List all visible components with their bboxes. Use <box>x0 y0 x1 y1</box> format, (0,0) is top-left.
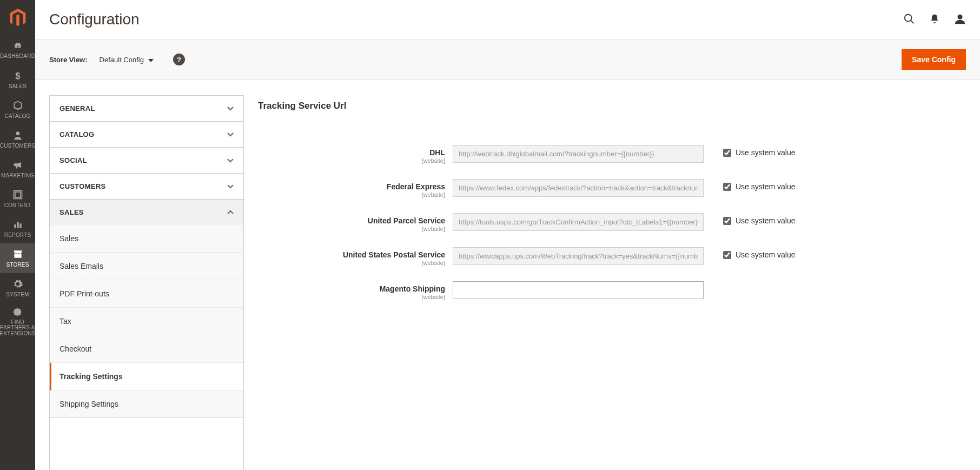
form-panel: Tracking Service Url DHL [website] Use s… <box>244 95 980 470</box>
cfg-group-header-catalog[interactable]: CATALOG <box>50 122 243 147</box>
field-row-ups: United Parcel Service [website] Use syst… <box>258 210 980 244</box>
svg-point-9 <box>957 14 962 19</box>
cfg-item-pdf-printouts[interactable]: PDF Print-outs <box>50 280 243 308</box>
use-system-checkbox-input[interactable] <box>723 217 731 225</box>
magento-shipping-url-input[interactable] <box>453 281 704 299</box>
config-nav: GENERAL CATALOG SOCIAL CUSTOMERS <box>49 95 244 470</box>
nav-label: REPORTS <box>3 233 32 239</box>
content-area: GENERAL CATALOG SOCIAL CUSTOMERS <box>35 80 980 470</box>
cfg-group-customers: CUSTOMERS <box>50 174 243 200</box>
bar-chart-icon <box>12 219 23 231</box>
cfg-group-social: SOCIAL <box>50 148 243 174</box>
nav-label: MARKETING <box>0 173 35 179</box>
admin-sidebar: DASHBOARD $ SALES CATALOG CUSTOMERS MARK… <box>0 0 35 470</box>
store-view-label: Store View: <box>49 56 88 64</box>
use-system-label: Use system value <box>736 250 795 259</box>
nav-sales[interactable]: $ SALES <box>0 65 35 95</box>
nav-label: CUSTOMERS <box>0 143 36 149</box>
topbar: Configuration <box>35 0 980 39</box>
ups-url-input[interactable] <box>453 213 704 231</box>
svg-rect-4 <box>14 224 16 228</box>
field-label: United States Postal Service <box>258 250 445 259</box>
nav-marketing[interactable]: MARKETING <box>0 154 35 184</box>
field-label: Magento Shipping <box>258 284 445 293</box>
cfg-item-sales-emails[interactable]: Sales Emails <box>50 253 243 280</box>
cfg-item-checkout[interactable]: Checkout <box>50 335 243 363</box>
nav-find-partners[interactable]: FIND PARTNERS & EXTENSIONS <box>0 303 35 340</box>
megaphone-icon <box>12 160 23 171</box>
svg-text:$: $ <box>15 71 21 81</box>
chevron-down-icon <box>227 156 234 164</box>
puzzle-icon <box>12 306 23 318</box>
nav-label: DASHBOARD <box>0 54 36 59</box>
cfg-item-tax[interactable]: Tax <box>50 308 243 335</box>
nav-label: STORES <box>5 262 30 268</box>
fieldset-title[interactable]: Tracking Service Url <box>258 95 980 127</box>
store-icon <box>12 249 23 261</box>
cfg-group-header-sales[interactable]: SALES <box>50 200 243 225</box>
cfg-group-sales: SALES Sales Sales Emails PDF Print-outs … <box>50 200 243 418</box>
cfg-group-catalog: CATALOG <box>50 122 243 148</box>
nav-system[interactable]: SYSTEM <box>0 273 35 303</box>
cfg-item-tracking-settings[interactable]: Tracking Settings <box>50 363 243 390</box>
use-system-checkbox[interactable]: Use system value <box>723 148 795 157</box>
layout-icon <box>12 189 23 201</box>
svg-point-7 <box>905 14 912 21</box>
cfg-group-header-customers[interactable]: CUSTOMERS <box>50 174 243 199</box>
nav-customers[interactable]: CUSTOMERS <box>0 124 35 154</box>
bell-icon[interactable] <box>929 13 940 27</box>
fedex-url-input[interactable] <box>453 179 704 197</box>
chevron-down-icon <box>227 182 234 190</box>
field-scope: [website] <box>258 260 445 266</box>
nav-label: SALES <box>8 84 28 90</box>
cfg-group-label: SALES <box>59 208 84 216</box>
svg-rect-3 <box>15 192 21 197</box>
field-row-magento-shipping: Magento Shipping [website] <box>258 278 980 312</box>
store-view-select[interactable]: Default Config <box>100 56 154 64</box>
user-icon[interactable] <box>954 13 966 27</box>
cfg-item-shipping-settings[interactable]: Shipping Settings <box>50 390 243 418</box>
field-scope: [website] <box>258 191 445 198</box>
search-icon[interactable] <box>903 13 915 27</box>
chevron-up-icon <box>227 208 234 216</box>
cfg-group-label: CUSTOMERS <box>59 182 106 190</box>
cfg-sub-sales: Sales Sales Emails PDF Print-outs Tax Ch… <box>50 225 243 418</box>
magento-logo[interactable] <box>0 0 35 35</box>
field-row-dhl: DHL [website] Use system value <box>258 142 980 176</box>
store-view-bar: Store View: Default Config ? Save Config <box>35 39 980 80</box>
use-system-checkbox[interactable]: Use system value <box>723 182 795 191</box>
save-config-button[interactable]: Save Config <box>902 49 966 70</box>
nav-dashboard[interactable]: DASHBOARD <box>0 35 35 65</box>
nav-stores[interactable]: STORES <box>0 243 35 273</box>
field-scope: [website] <box>258 294 445 300</box>
cfg-group-header-social[interactable]: SOCIAL <box>50 148 243 173</box>
svg-line-8 <box>911 20 914 23</box>
gear-icon <box>12 279 23 290</box>
dhl-url-input[interactable] <box>453 145 704 163</box>
use-system-checkbox[interactable]: Use system value <box>723 250 795 259</box>
cfg-group-header-general[interactable]: GENERAL <box>50 96 243 121</box>
magento-logo-icon <box>9 9 27 27</box>
svg-rect-6 <box>19 223 21 228</box>
cfg-item-sales[interactable]: Sales <box>50 225 243 253</box>
nav-label: SYSTEM <box>5 292 30 298</box>
page-title: Configuration <box>49 11 903 28</box>
gauge-icon <box>12 41 23 52</box>
field-label: Federal Express <box>258 182 445 191</box>
use-system-label: Use system value <box>736 182 795 191</box>
nav-content[interactable]: CONTENT <box>0 184 35 214</box>
caret-down-icon <box>148 56 154 64</box>
usps-url-input[interactable] <box>453 247 704 265</box>
store-view-selected: Default Config <box>100 56 144 64</box>
field-row-usps: United States Postal Service [website] U… <box>258 244 980 278</box>
field-scope: [website] <box>258 226 445 232</box>
help-icon[interactable]: ? <box>173 54 185 65</box>
use-system-checkbox-input[interactable] <box>723 251 731 259</box>
use-system-checkbox-input[interactable] <box>723 149 731 157</box>
use-system-checkbox[interactable]: Use system value <box>723 216 795 225</box>
nav-catalog[interactable]: CATALOG <box>0 95 35 124</box>
svg-rect-5 <box>17 222 18 228</box>
use-system-checkbox-input[interactable] <box>723 183 731 191</box>
person-icon <box>12 130 23 142</box>
nav-reports[interactable]: REPORTS <box>0 214 35 243</box>
